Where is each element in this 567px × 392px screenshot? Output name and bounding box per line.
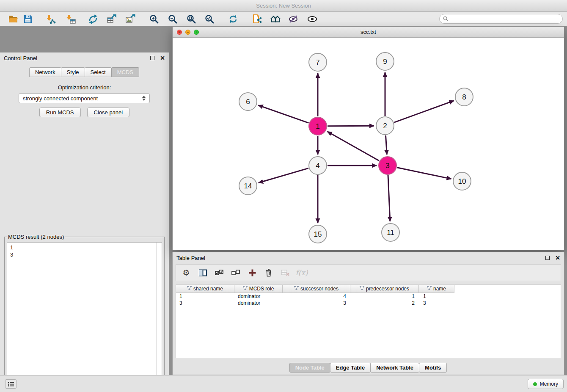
zoom-window-icon[interactable]: + <box>194 30 199 35</box>
tab-mcds[interactable]: MCDS <box>111 67 139 77</box>
tab-select[interactable]: Select <box>85 67 112 77</box>
graph-node-2[interactable]: 2 <box>376 117 394 135</box>
export-table-icon[interactable] <box>106 14 117 25</box>
column-header-label: successor nodes <box>300 286 339 292</box>
table-cell[interactable]: dominator <box>234 293 283 300</box>
graph-edge-1-2[interactable] <box>328 126 374 126</box>
import-table-from-file-icon[interactable] <box>66 14 77 25</box>
table-cell[interactable]: 3 <box>419 300 454 306</box>
table-cell[interactable]: 4 <box>283 293 350 300</box>
column-header-name[interactable]: name <box>419 285 454 293</box>
network-tools-icon[interactable] <box>88 14 99 25</box>
save-session-icon[interactable] <box>22 14 33 25</box>
table-cell[interactable]: 2 <box>350 300 419 306</box>
column-header-successor-nodes[interactable]: successor nodes <box>283 285 350 293</box>
table-cell[interactable]: 1 <box>419 293 454 300</box>
graph-node-1[interactable]: 1 <box>309 117 327 135</box>
home-icon[interactable] <box>270 14 281 25</box>
search-box[interactable] <box>439 14 563 24</box>
table-cell[interactable]: dominator <box>234 300 283 306</box>
graph-node-3[interactable]: 3 <box>379 157 396 174</box>
table-row[interactable]: 1dominator411 <box>176 293 561 300</box>
graph-node-7[interactable]: 7 <box>309 53 327 71</box>
zoom-in-icon[interactable] <box>149 14 160 25</box>
column-header-shared-name[interactable]: shared name <box>176 285 234 293</box>
float-table-panel-icon[interactable] <box>545 256 550 260</box>
minimize-window-icon[interactable]: − <box>185 30 190 35</box>
table-cell[interactable]: 1 <box>350 293 419 300</box>
network-graph[interactable]: 7968124314101511 <box>173 38 564 250</box>
add-column-icon[interactable] <box>247 268 257 278</box>
graph-node-4[interactable]: 4 <box>309 157 327 174</box>
network-window-titlebar[interactable]: ✕ − + scc.txt <box>173 27 564 38</box>
birdseye-view-icon[interactable] <box>288 14 299 25</box>
import-network-icon[interactable] <box>251 14 262 25</box>
mdi-desktop: Control Panel ✕ NetworkStyleSelectMCDS O… <box>0 26 567 375</box>
zoom-fit-icon[interactable] <box>186 14 197 25</box>
graph-edge-3-10[interactable] <box>397 168 451 179</box>
graph-node-15[interactable]: 15 <box>309 225 327 243</box>
column-header-predecessor-nodes[interactable]: predecessor nodes <box>350 285 419 293</box>
memory-status-icon <box>533 382 537 386</box>
status-bar: Memory <box>0 375 567 392</box>
graph-edge-3-11[interactable] <box>388 175 390 221</box>
show-columns-icon[interactable] <box>198 268 208 278</box>
network-canvas[interactable]: 7968124314101511 <box>173 38 564 250</box>
graph-node-10[interactable]: 10 <box>453 172 471 190</box>
tab-motifs[interactable]: Motifs <box>419 363 447 373</box>
close-panel-button[interactable]: Close panel <box>87 108 130 117</box>
tab-node-table[interactable]: Node Table <box>289 363 330 373</box>
close-table-panel-icon[interactable]: ✕ <box>555 255 560 261</box>
graph-edge-4-14[interactable] <box>259 168 308 182</box>
refresh-network-icon[interactable] <box>228 14 239 25</box>
graph-node-8[interactable]: 8 <box>455 88 473 106</box>
optimization-select[interactable]: strongly connected component <box>19 93 150 103</box>
control-panel-title: Control Panel <box>4 55 37 61</box>
graph-node-11[interactable]: 11 <box>382 224 399 241</box>
table-row[interactable]: 3dominator323 <box>176 300 561 306</box>
import-network-from-file-icon[interactable] <box>45 14 56 25</box>
zoom-out-icon[interactable] <box>167 14 178 25</box>
tab-style[interactable]: Style <box>61 67 85 77</box>
delete-column-icon[interactable] <box>264 268 274 278</box>
graph-edge-2-8[interactable] <box>394 101 454 122</box>
network-window: ✕ − + scc.txt 7968124314101511 <box>172 26 564 250</box>
tab-edge-table[interactable]: Edge Table <box>330 363 371 373</box>
network-window-title: scc.txt <box>361 29 376 35</box>
column-sort-icon <box>243 286 248 292</box>
svg-text:3: 3 <box>385 162 389 170</box>
open-file-icon[interactable] <box>8 14 19 25</box>
close-panel-icon[interactable]: ✕ <box>160 55 165 61</box>
graph-node-6[interactable]: 6 <box>239 93 257 110</box>
graph-node-14[interactable]: 14 <box>239 177 257 195</box>
result-vertical-scrollbar[interactable] <box>156 243 162 392</box>
table-cell[interactable]: 3 <box>283 300 350 306</box>
run-mcds-button[interactable]: Run MCDS <box>39 108 81 117</box>
close-window-icon[interactable]: ✕ <box>177 30 182 35</box>
control-panel-header: Control Panel ✕ <box>0 52 169 63</box>
column-header-mcds-role[interactable]: MCDS role <box>234 285 283 293</box>
show-graphics-details-icon[interactable] <box>307 14 318 25</box>
graph-edge-2-3[interactable] <box>385 135 387 155</box>
float-panel-icon[interactable] <box>150 56 154 60</box>
zoom-selected-icon[interactable] <box>204 14 215 25</box>
table-settings-icon[interactable]: ⚙ <box>181 268 191 278</box>
graph-node-9[interactable]: 9 <box>376 52 394 70</box>
tab-network-table[interactable]: Network Table <box>370 363 419 373</box>
tab-network[interactable]: Network <box>29 67 61 77</box>
svg-text:14: 14 <box>244 182 252 190</box>
unselect-all-icon[interactable] <box>231 268 241 278</box>
control-panel-tabs: NetworkStyleSelectMCDS <box>0 67 169 77</box>
column-sort-icon <box>360 286 364 292</box>
mcds-result-box[interactable]: 13 <box>7 242 162 392</box>
select-all-icon[interactable] <box>214 268 224 278</box>
function-builder-icon: f(x) <box>297 268 307 278</box>
graph-edge-3-1[interactable] <box>328 132 379 161</box>
search-input[interactable] <box>451 16 559 22</box>
export-image-icon[interactable] <box>125 14 136 25</box>
memory-button[interactable]: Memory <box>528 379 564 389</box>
graph-edge-1-6[interactable] <box>259 105 309 123</box>
table-cell[interactable]: 1 <box>176 293 234 300</box>
show-panel-list-button[interactable] <box>5 379 17 389</box>
table-cell[interactable]: 3 <box>176 300 234 306</box>
